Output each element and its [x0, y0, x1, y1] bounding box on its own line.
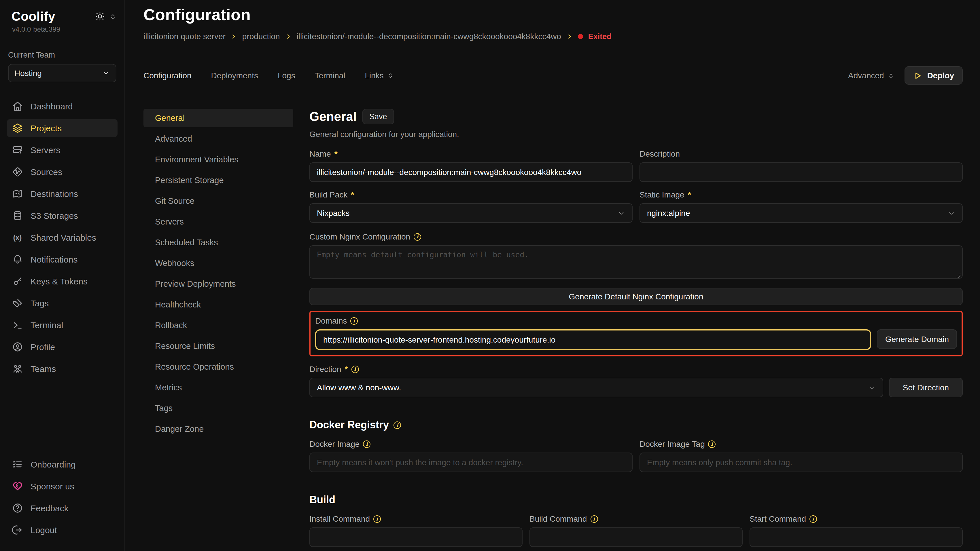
info-icon[interactable]: i: [708, 440, 716, 448]
start-command-input[interactable]: [749, 527, 963, 547]
sidebar-item-teams[interactable]: Teams: [7, 360, 118, 378]
subnav-item-preview-deployments[interactable]: Preview Deployments: [143, 275, 293, 293]
theme-selector-chevrons-icon[interactable]: [110, 13, 116, 21]
subnav-item-advanced[interactable]: Advanced: [143, 130, 293, 148]
tab-links[interactable]: Links: [365, 71, 393, 80]
description-input[interactable]: [640, 162, 963, 182]
info-icon[interactable]: i: [810, 515, 817, 522]
build-pack-select[interactable]: Nixpacks: [309, 203, 633, 223]
sidebar-item-keys-tokens[interactable]: Keys & Tokens: [7, 272, 118, 290]
docker-image-input[interactable]: [309, 453, 633, 472]
app-version: v4.0.0-beta.399: [7, 24, 118, 33]
subnav-item-healthcheck[interactable]: Healthcheck: [143, 295, 293, 314]
chevron-right-icon: [566, 33, 573, 40]
subnav-item-scheduled-tasks[interactable]: Scheduled Tasks: [143, 233, 293, 252]
sidebar-item-servers[interactable]: Servers: [7, 141, 118, 159]
tab-deployments[interactable]: Deployments: [211, 71, 258, 80]
chevron-right-icon: [231, 33, 237, 40]
subnav-item-tags[interactable]: Tags: [143, 399, 293, 418]
sidebar-item-feedback[interactable]: Feedback: [7, 499, 118, 517]
play-icon: [913, 71, 922, 80]
tab-configuration[interactable]: Configuration: [143, 71, 192, 80]
sidebar-item-profile[interactable]: Profile: [7, 338, 118, 356]
info-icon[interactable]: i: [351, 365, 359, 373]
map-icon: [11, 188, 23, 199]
tags-icon: [11, 298, 23, 309]
docker-image-tag-input[interactable]: [640, 453, 963, 472]
sidebar-item-notifications[interactable]: Notifications: [7, 251, 118, 268]
subnav-item-metrics[interactable]: Metrics: [143, 378, 293, 397]
team-select[interactable]: Hosting: [8, 64, 116, 83]
tab-terminal[interactable]: Terminal: [315, 71, 345, 80]
name-input[interactable]: [309, 162, 633, 182]
info-icon[interactable]: i: [393, 421, 401, 429]
info-icon[interactable]: i: [414, 233, 421, 240]
heart-icon: [11, 481, 23, 492]
info-icon[interactable]: i: [363, 440, 371, 448]
set-direction-button[interactable]: Set Direction: [889, 378, 963, 397]
sidebar-item-shared-variables[interactable]: (x) Shared Variables: [7, 229, 118, 246]
chevron-right-icon: [285, 33, 291, 40]
generate-nginx-button[interactable]: Generate Default Nginx Configuration: [309, 288, 963, 305]
subnav-item-rollback[interactable]: Rollback: [143, 316, 293, 335]
subnav-item-persistent-storage[interactable]: Persistent Storage: [143, 171, 293, 189]
name-label: Name*: [309, 149, 633, 158]
custom-nginx-textarea[interactable]: [309, 245, 963, 279]
build-command-input[interactable]: [530, 527, 743, 547]
current-team-label: Current Team: [8, 51, 116, 59]
install-command-input[interactable]: [309, 527, 523, 547]
direction-select[interactable]: Allow www & non-www.: [309, 378, 883, 397]
subnav-item-general[interactable]: General: [143, 109, 293, 127]
breadcrumb-application-link[interactable]: illicitestonion/-module--decomposition:m…: [297, 32, 561, 41]
theme-sun-icon[interactable]: [95, 11, 105, 21]
tab-logs[interactable]: Logs: [278, 71, 295, 80]
users-icon: [11, 363, 23, 374]
sidebar-item-projects[interactable]: Projects: [7, 119, 118, 137]
sidebar-item-terminal[interactable]: Terminal: [7, 316, 118, 334]
static-image-select[interactable]: nginx:alpine: [640, 203, 963, 223]
app-window: Coolify v4.0.0-beta.399 Current Team Hos…: [0, 0, 980, 551]
subnav-item-resource-limits[interactable]: Resource Limits: [143, 337, 293, 355]
help-icon: [11, 503, 23, 514]
sidebar-item-onboarding[interactable]: Onboarding: [7, 456, 118, 473]
sidebar-item-sponsor-us[interactable]: Sponsor us: [7, 477, 118, 495]
generate-domain-button[interactable]: Generate Domain: [877, 329, 957, 349]
sidebar-item-sources[interactable]: Sources: [7, 163, 118, 181]
domains-input[interactable]: [315, 329, 872, 350]
save-button[interactable]: Save: [363, 109, 394, 124]
page-title: Configuration: [143, 6, 963, 24]
status-dot: [578, 34, 583, 39]
checklist-icon: [11, 459, 23, 470]
info-icon[interactable]: i: [590, 515, 598, 522]
subnav-item-servers[interactable]: Servers: [143, 213, 293, 231]
chevron-down-icon: [948, 209, 955, 217]
subnav-item-environment-variables[interactable]: Environment Variables: [143, 150, 293, 169]
sidebar-item-tags[interactable]: Tags: [7, 294, 118, 312]
start-command-label: Start Commandi: [749, 514, 963, 523]
advanced-selector[interactable]: Advanced: [848, 71, 894, 80]
subnav-item-resource-operations[interactable]: Resource Operations: [143, 357, 293, 376]
description-label: Description: [640, 149, 963, 158]
chevron-down-icon: [617, 209, 625, 217]
section-subtitle: General configuration for your applicati…: [309, 130, 963, 139]
breadcrumb-project-link[interactable]: illicitonion quote server: [143, 32, 226, 41]
sidebar-item-dashboard[interactable]: Dashboard: [7, 97, 118, 115]
deploy-button[interactable]: Deploy: [905, 66, 963, 85]
subnav-item-danger-zone[interactable]: Danger Zone: [143, 420, 293, 438]
home-icon: [11, 101, 23, 112]
tabbar: Configuration Deployments Logs Terminal …: [143, 66, 963, 85]
build-command-label: Build Commandi: [530, 514, 743, 523]
sidebar-item-logout[interactable]: Logout: [7, 521, 118, 539]
subnav-item-git-source[interactable]: Git Source: [143, 192, 293, 210]
info-icon[interactable]: i: [373, 515, 381, 522]
sidebar-item-s3-storages[interactable]: S3 Storages: [7, 207, 118, 225]
general-form: General Save General configuration for y…: [309, 109, 963, 551]
build-heading: Build: [309, 494, 963, 506]
build-pack-label: Build Pack*: [309, 190, 633, 199]
subnav-item-webhooks[interactable]: Webhooks: [143, 254, 293, 272]
info-icon[interactable]: i: [351, 317, 358, 324]
sidebar-item-destinations[interactable]: Destinations: [7, 185, 118, 203]
breadcrumb: illicitonion quote server production ill…: [143, 32, 963, 41]
breadcrumb-environment-link[interactable]: production: [242, 32, 280, 41]
settings-subnav: General Advanced Environment Variables P…: [143, 109, 293, 551]
